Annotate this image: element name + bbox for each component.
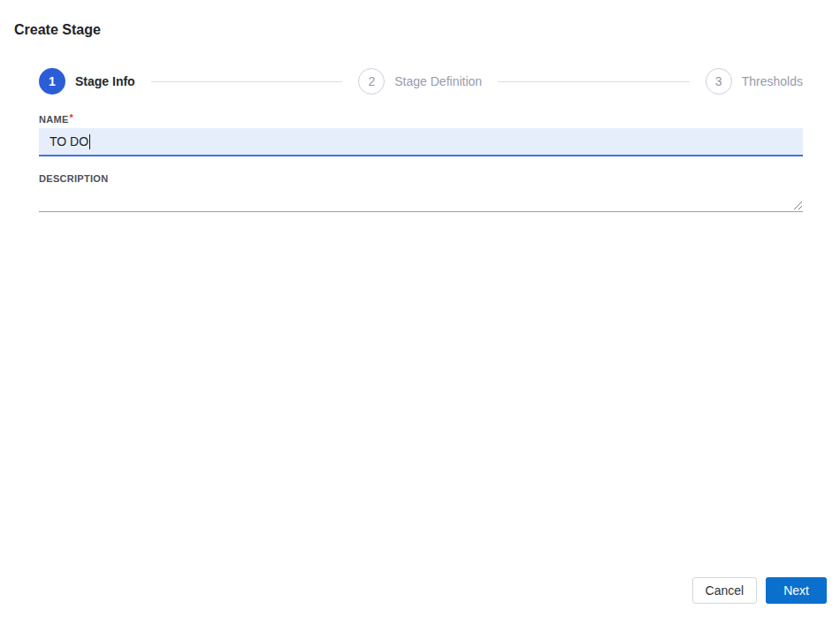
footer-actions: Cancel Next xyxy=(692,577,827,604)
stepper-step-stage-info[interactable]: 1 Stage Info xyxy=(39,68,135,95)
text-caret xyxy=(89,134,90,149)
name-label-text: NAME xyxy=(39,114,69,125)
description-textarea-wrap xyxy=(39,187,803,212)
name-input-value: TO DO xyxy=(50,134,88,149)
description-textarea[interactable] xyxy=(39,187,803,212)
description-field-label: DESCRIPTION xyxy=(39,173,803,185)
stepper-connector xyxy=(151,81,343,82)
required-asterisk: * xyxy=(70,112,74,123)
step-2-label: Stage Definition xyxy=(394,74,482,88)
page-title: Create Stage xyxy=(14,21,826,38)
step-2-circle: 2 xyxy=(358,68,385,95)
stepper-step-thresholds[interactable]: 3 Thresholds xyxy=(706,68,803,95)
step-3-circle: 3 xyxy=(706,68,732,95)
stepper: 1 Stage Info 2 Stage Definition 3 Thresh… xyxy=(39,68,803,95)
stepper-connector xyxy=(498,81,690,82)
stepper-step-stage-definition[interactable]: 2 Stage Definition xyxy=(358,68,482,95)
step-3-label: Thresholds xyxy=(742,74,803,88)
cancel-button[interactable]: Cancel xyxy=(692,577,758,604)
name-field-label: NAME* xyxy=(39,114,803,126)
step-1-label: Stage Info xyxy=(75,74,135,88)
name-input[interactable]: TO DO xyxy=(39,128,803,156)
step-1-circle: 1 xyxy=(39,68,65,95)
next-button[interactable]: Next xyxy=(766,577,827,604)
stage-info-form: NAME* TO DO DESCRIPTION xyxy=(39,114,803,212)
